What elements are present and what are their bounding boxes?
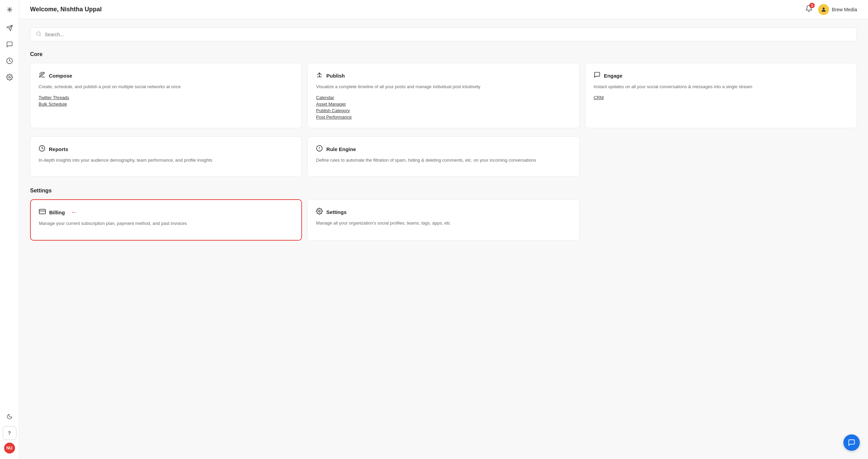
card-rule-engine[interactable]: Rule Engine Define rules to automate the… [307, 136, 579, 177]
link-publish-category[interactable]: Publish Category [316, 108, 571, 113]
card-engage[interactable]: Engage Instant updates on all your socia… [585, 63, 857, 128]
card-publish-title: Publish [326, 73, 345, 79]
notification-bell[interactable]: 3 [805, 5, 813, 14]
card-rule-engine-title: Rule Engine [326, 146, 356, 152]
core-cards-row2: Reports In-depth insights into your audi… [30, 136, 857, 177]
card-reports-header: Reports [39, 145, 293, 153]
chat-fab-button[interactable] [843, 434, 860, 451]
card-publish-links: Calendar Asset Manager Publish Category … [316, 95, 571, 120]
header: Welcome, Nishtha Uppal 3 Brew Media [19, 0, 868, 19]
main-content: Welcome, Nishtha Uppal 3 Brew Media Core [19, 0, 868, 459]
user-avatar-sidebar[interactable]: NU [4, 443, 15, 454]
logo-icon[interactable]: ✳ [6, 5, 13, 14]
card-engage-desc: Instant updates on all your social conve… [594, 83, 849, 90]
card-engage-title: Engage [604, 73, 622, 79]
card-reports[interactable]: Reports In-depth insights into your audi… [30, 136, 302, 177]
sidebar-item-send[interactable] [3, 21, 16, 35]
card-compose-desc: Create, schedule, and publish a post on … [39, 83, 293, 90]
page-title: Welcome, Nishtha Uppal [30, 6, 102, 13]
card-rule-engine-header: Rule Engine [316, 145, 571, 153]
svg-point-3 [9, 77, 10, 78]
link-bulk-schedule[interactable]: Bulk Schedule [39, 102, 293, 107]
card-billing-desc: Manage your current subscription plan, p… [39, 220, 293, 227]
header-right: 3 Brew Media [805, 4, 857, 15]
card-settings-title: Settings [326, 209, 346, 215]
svg-point-4 [823, 8, 825, 10]
card-settings-desc: Manage all your organization's social pr… [316, 220, 571, 227]
link-twitter-threads[interactable]: Twitter Threads [39, 95, 293, 100]
card-compose[interactable]: Compose Create, schedule, and publish a … [30, 63, 302, 128]
card-billing[interactable]: Billing ← Manage your current subscripti… [30, 199, 302, 241]
card-settings[interactable]: Settings Manage all your organization's … [307, 199, 579, 241]
sidebar-item-settings[interactable] [3, 70, 16, 84]
section-title-settings: Settings [30, 188, 857, 194]
card-billing-header: Billing ← [39, 208, 293, 217]
card-compose-title: Compose [49, 73, 72, 79]
card-publish-desc: Visualize a complete timeline of all you… [316, 83, 571, 90]
card-publish-header: Publish [316, 71, 571, 80]
search-input[interactable] [45, 32, 851, 37]
card-compose-links: Twitter Threads Bulk Schedule [39, 95, 293, 107]
card-settings-header: Settings [316, 208, 571, 216]
empty-card-settings [585, 199, 857, 241]
card-engage-header: Engage [594, 71, 849, 80]
card-engage-links: CRM [594, 95, 849, 100]
user-name: Brew Media [832, 7, 857, 12]
billing-icon [39, 208, 46, 217]
card-reports-desc: In-depth insights into your audience dem… [39, 157, 293, 164]
sidebar: ✳ ? NU [0, 0, 19, 459]
sidebar-item-help[interactable]: ? [3, 426, 16, 440]
notification-count: 3 [809, 3, 815, 8]
link-crm[interactable]: CRM [594, 95, 849, 100]
sidebar-item-chat[interactable] [3, 38, 16, 51]
user-avatar [818, 4, 829, 15]
svg-rect-13 [39, 209, 45, 214]
compose-icon [39, 71, 45, 80]
svg-line-6 [40, 35, 41, 36]
section-title-core: Core [30, 51, 857, 57]
sidebar-bottom: ? NU [3, 410, 16, 454]
rule-engine-icon [316, 145, 323, 153]
svg-point-15 [319, 211, 320, 212]
link-asset-manager[interactable]: Asset Manager [316, 102, 571, 107]
reports-icon [39, 145, 45, 153]
billing-arrow-icon: ← [71, 209, 77, 216]
user-profile[interactable]: Brew Media [818, 4, 857, 15]
search-icon [36, 31, 41, 38]
card-compose-header: Compose [39, 71, 293, 80]
card-reports-title: Reports [49, 146, 68, 152]
publish-icon [316, 71, 323, 80]
search-bar[interactable] [30, 27, 857, 42]
link-post-performance[interactable]: Post Performance [316, 114, 571, 120]
card-billing-title: Billing [49, 210, 65, 215]
settings-icon [316, 208, 323, 216]
settings-cards: Billing ← Manage your current subscripti… [30, 199, 857, 241]
engage-icon [594, 71, 601, 80]
content-area: Core Compose Create, schedule, and publi… [19, 19, 868, 459]
core-cards-row1: Compose Create, schedule, and publish a … [30, 63, 857, 128]
link-calendar[interactable]: Calendar [316, 95, 571, 100]
card-publish[interactable]: Publish Visualize a complete timeline of… [307, 63, 579, 128]
empty-card [585, 136, 857, 177]
sidebar-item-dark-mode[interactable] [3, 410, 16, 423]
sidebar-item-analytics[interactable] [3, 54, 16, 68]
card-rule-engine-desc: Define rules to automate the filtration … [316, 157, 571, 164]
